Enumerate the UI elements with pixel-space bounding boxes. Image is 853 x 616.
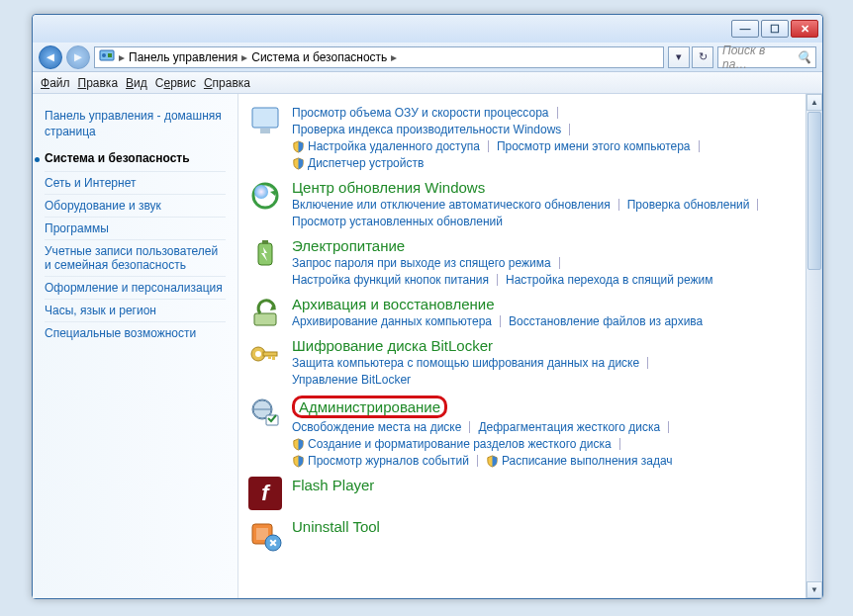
svg-point-6 [254, 185, 268, 199]
category-title-backup[interactable]: Архивация и восстановление [292, 296, 812, 312]
link-auto-update[interactable]: Включение или отключение автоматического… [292, 197, 611, 213]
content-area: Панель управления - домашняя страница Си… [33, 94, 822, 598]
minimize-button[interactable]: — [731, 20, 759, 38]
nav-back-button[interactable]: ◄ [39, 45, 62, 69]
category-body: Flash Player [292, 477, 812, 493]
breadcrumb-separator: ▸ [119, 50, 125, 64]
shield-icon [486, 455, 499, 468]
link-free-space[interactable]: Освобождение места на диске [292, 419, 461, 435]
category-backup: Архивация и восстановление Архивирование… [248, 290, 812, 331]
link-computer-name[interactable]: Просмотр имени этого компьютера [497, 138, 691, 154]
link-bitlocker-protect[interactable]: Защита компьютера с помощью шифрования д… [292, 355, 639, 371]
menu-bar: Файл Правка Вид Сервис Справка [33, 72, 822, 94]
search-input[interactable]: Поиск в па… 🔍 [717, 46, 816, 68]
svg-point-11 [255, 351, 261, 357]
category-title-administration[interactable]: Администрирование [299, 398, 440, 415]
link-divider [497, 274, 498, 286]
address-bar: ◄ ► ▸ Панель управления ▸ Система и безо… [33, 43, 822, 72]
uninstall-icon [248, 518, 282, 552]
scroll-down-button[interactable]: ▼ [806, 581, 822, 598]
windows-update-icon [248, 179, 282, 213]
close-button[interactable]: ✕ [791, 20, 818, 38]
svg-rect-4 [260, 129, 270, 133]
link-installed-updates[interactable]: Просмотр установленных обновлений [292, 214, 503, 229]
category-flash: f Flash Player [248, 471, 812, 512]
link-sleep-settings[interactable]: Настройка перехода в спящий режим [506, 272, 712, 288]
link-divider [619, 438, 620, 450]
link-divider [647, 357, 648, 369]
address-field[interactable]: ▸ Панель управления ▸ Система и безопасн… [94, 46, 664, 68]
menu-tools[interactable]: Сервис [155, 76, 196, 90]
link-partitions[interactable]: Создание и форматирование разделов жестк… [292, 436, 612, 452]
sidebar-item-accounts[interactable]: Учетные записи пользователей и семейная … [45, 239, 226, 276]
category-title-flash[interactable]: Flash Player [292, 477, 812, 493]
link-ram-cpu[interactable]: Просмотр объема ОЗУ и скорости процессор… [292, 105, 549, 121]
svg-rect-8 [262, 240, 268, 244]
menu-edit[interactable]: Правка [78, 76, 119, 90]
sidebar-item-programs[interactable]: Программы [45, 217, 226, 239]
link-backup-data[interactable]: Архивирование данных компьютера [292, 313, 492, 329]
shield-icon [292, 455, 305, 468]
control-panel-window: — ☐ ✕ ◄ ► ▸ Панель управления ▸ Система … [32, 14, 823, 599]
sidebar-item-network[interactable]: Сеть и Интернет [45, 171, 226, 194]
sidebar-item-hardware[interactable]: Оборудование и звук [45, 194, 226, 217]
link-defrag[interactable]: Дефрагментация жесткого диска [478, 419, 660, 435]
address-right-controls: ▾ ↻ [668, 46, 713, 68]
breadcrumb-control-panel[interactable]: Панель управления [129, 50, 237, 64]
link-check-updates[interactable]: Проверка обновлений [627, 197, 750, 213]
link-divider [500, 315, 501, 327]
window-titlebar: — ☐ ✕ [33, 15, 822, 43]
link-divider [618, 199, 619, 211]
scroll-up-button[interactable]: ▲ [806, 94, 822, 111]
svg-rect-2 [108, 53, 112, 57]
maximize-button[interactable]: ☐ [761, 20, 789, 38]
category-administration: Администрирование Освобождение места на … [248, 390, 812, 471]
menu-view[interactable]: Вид [126, 76, 147, 90]
shield-icon [292, 140, 305, 153]
category-windows-update: Центр обновления Windows Включение или о… [248, 173, 812, 231]
category-body: Центр обновления Windows Включение или о… [292, 179, 812, 229]
svg-rect-7 [258, 243, 272, 265]
link-event-logs[interactable]: Просмотр журналов событий [292, 453, 469, 469]
category-title-bitlocker[interactable]: Шифрование диска BitLocker [292, 337, 812, 354]
link-password-wake[interactable]: Запрос пароля при выходе из спящего режи… [292, 255, 551, 271]
link-bitlocker-manage[interactable]: Управление BitLocker [292, 372, 411, 388]
link-task-schedule[interactable]: Расписание выполнения задач [486, 453, 673, 469]
refresh-button[interactable]: ↻ [692, 46, 713, 68]
category-title-power[interactable]: Электропитание [292, 237, 812, 254]
link-group: Просмотр объема ОЗУ и скорости процессор… [292, 105, 812, 121]
power-icon [248, 237, 282, 271]
link-group: Запрос пароля при выходе из спящего режи… [292, 255, 812, 271]
svg-point-1 [102, 53, 106, 57]
svg-rect-3 [252, 108, 278, 128]
link-perf-index[interactable]: Проверка индекса производительности Wind… [292, 122, 561, 137]
sidebar-home-link[interactable]: Панель управления - домашняя страница [45, 108, 226, 139]
vertical-scrollbar[interactable]: ▲ ▼ [806, 94, 822, 598]
link-remote-access[interactable]: Настройка удаленного доступа [292, 138, 480, 154]
link-device-manager[interactable]: Диспетчер устройств [292, 155, 424, 171]
sidebar-item-accessibility[interactable]: Специальные возможности [45, 321, 226, 344]
breadcrumb-separator: ▸ [241, 50, 247, 64]
category-title-update[interactable]: Центр обновления Windows [292, 179, 812, 196]
category-body: Администрирование Освобождение места на … [292, 396, 812, 469]
link-group: Освобождение места на диске Дефрагментац… [292, 419, 812, 435]
sidebar-item-appearance[interactable]: Оформление и персонализация [45, 276, 226, 299]
link-group: Архивирование данных компьютера Восстано… [292, 313, 812, 329]
menu-help[interactable]: Справка [204, 76, 250, 90]
link-power-buttons[interactable]: Настройка функций кнопок питания [292, 272, 489, 288]
breadcrumb-system-security[interactable]: Система и безопасность [251, 50, 387, 64]
control-panel-icon [99, 47, 115, 66]
link-restore-files[interactable]: Восстановление файлов из архива [509, 313, 703, 329]
sidebar-item-clock[interactable]: Часы, язык и регион [45, 299, 226, 321]
scroll-thumb[interactable] [807, 112, 821, 270]
nav-forward-button[interactable]: ► [66, 45, 90, 69]
bitlocker-icon [248, 337, 282, 371]
link-divider [699, 140, 700, 152]
address-dropdown-button[interactable]: ▾ [668, 46, 690, 68]
link-divider [757, 199, 758, 211]
category-uninstall: Uninstall Tool [248, 512, 812, 554]
menu-file[interactable]: Файл [41, 76, 70, 90]
sidebar: Панель управления - домашняя страница Си… [33, 94, 238, 598]
category-title-uninstall[interactable]: Uninstall Tool [292, 518, 812, 535]
link-group: Создание и форматирование разделов жестк… [292, 436, 812, 452]
